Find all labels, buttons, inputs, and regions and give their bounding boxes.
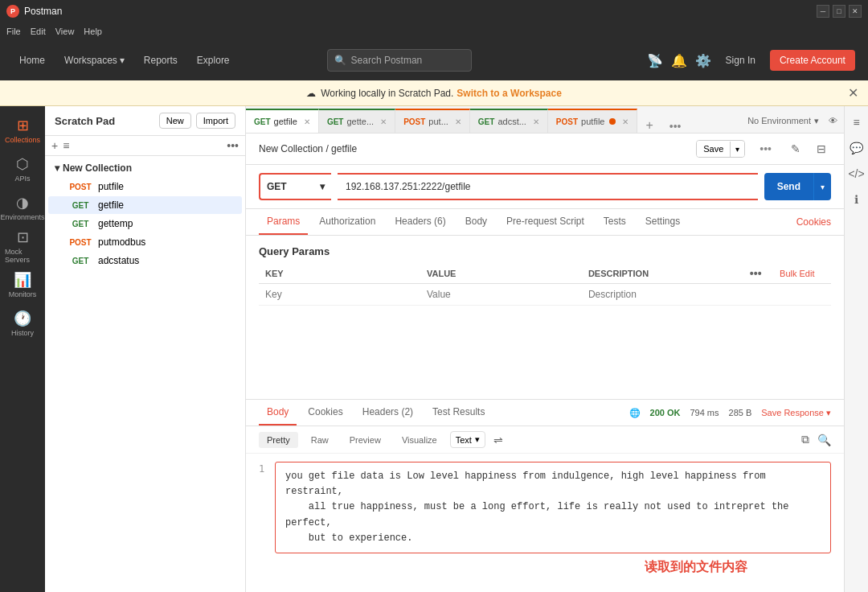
panel-header: Scratch Pad New Import	[45, 106, 245, 136]
tab-close-icon[interactable]: ✕	[380, 117, 387, 126]
code-icon[interactable]: </>	[845, 164, 867, 183]
list-item[interactable]: POST putmodbus	[48, 233, 242, 251]
layout-button[interactable]: ⊟	[812, 141, 831, 157]
tab-name: adcst...	[497, 117, 526, 126]
tab-putfile[interactable]: POST putfile ✕	[548, 109, 638, 133]
copy-icon[interactable]: ⧉	[801, 433, 809, 446]
breadcrumb-collection[interactable]: New Collection	[259, 143, 323, 154]
tab-tests[interactable]: Tests	[596, 209, 634, 235]
tab-close-icon[interactable]: ✕	[622, 117, 628, 126]
method-selector[interactable]: GET ▾	[259, 173, 331, 200]
save-dropdown-button[interactable]: ▾	[730, 142, 744, 157]
tab-body[interactable]: Body	[457, 209, 495, 235]
docs-icon[interactable]: ≡	[850, 113, 862, 132]
send-button-container: Send ▾	[764, 173, 831, 200]
response-type-selector[interactable]: Text ▾	[450, 431, 485, 448]
sidebar-item-mock-servers[interactable]: ⊡ Mock Servers	[5, 228, 40, 264]
bulk-edit-button[interactable]: Bulk Edit	[780, 269, 814, 278]
sidebar-item-history[interactable]: 🕐 History	[5, 306, 40, 341]
nav-reports[interactable]: Reports	[137, 51, 184, 69]
list-item[interactable]: GET gettemp	[48, 215, 242, 232]
bell-icon[interactable]: 🔔	[671, 53, 687, 68]
close-button[interactable]: ✕	[849, 5, 862, 18]
list-item[interactable]: GET adcstatus	[48, 252, 242, 269]
nav-workspaces[interactable]: Workspaces ▾	[58, 51, 131, 69]
minimize-button[interactable]: ─	[817, 5, 829, 18]
key-input[interactable]	[265, 289, 414, 300]
type-dropdown-icon: ▾	[475, 434, 480, 445]
format-visualize[interactable]: Visualize	[394, 432, 445, 448]
nav-home[interactable]: Home	[13, 51, 51, 69]
resp-tab-test-results[interactable]: Test Results	[424, 400, 493, 426]
item-name: putmodbus	[98, 236, 145, 248]
list-item[interactable]: GET getfile	[48, 196, 242, 214]
tab-headers[interactable]: Headers (6)	[387, 209, 453, 235]
new-button[interactable]: New	[159, 113, 191, 129]
menu-help[interactable]: Help	[84, 27, 102, 36]
format-preview[interactable]: Preview	[342, 432, 389, 448]
maximize-button[interactable]: □	[833, 5, 845, 18]
resp-tab-body[interactable]: Body	[259, 400, 297, 426]
environment-selector[interactable]: No Environment ▾ 👁	[741, 109, 844, 133]
cookies-link[interactable]: Cookies	[796, 216, 831, 228]
tab-getfile[interactable]: GET getfile ✕	[246, 109, 319, 133]
banner-close-button[interactable]: ✕	[848, 85, 858, 101]
menu-file[interactable]: File	[6, 27, 21, 36]
window-controls[interactable]: ─ □ ✕	[817, 5, 862, 18]
more-options-button[interactable]: •••	[227, 139, 239, 152]
edit-button[interactable]: ✎	[786, 141, 805, 157]
search-bar[interactable]: 🔍 Search Postman	[327, 49, 472, 72]
resp-tab-headers[interactable]: Headers (2)	[354, 400, 421, 426]
sidebar-item-monitors[interactable]: 📊 Monitors	[5, 267, 40, 302]
send-button[interactable]: Send	[764, 173, 813, 200]
wrap-icon[interactable]: ⇌	[493, 434, 503, 446]
tab-put[interactable]: POST put... ✕	[395, 109, 470, 133]
collection-header[interactable]: ▾ New Collection	[45, 159, 245, 177]
search-resp-icon[interactable]: 🔍	[817, 434, 831, 446]
panel-actions: New Import	[159, 113, 235, 129]
info-icon[interactable]: ℹ	[851, 190, 862, 209]
apis-label: APIs	[14, 175, 30, 183]
tab-pre-request[interactable]: Pre-request Script	[498, 209, 592, 235]
nav-explore[interactable]: Explore	[190, 51, 236, 69]
tab-close-icon[interactable]: ✕	[304, 117, 310, 126]
new-tab-button[interactable]: +	[637, 118, 661, 133]
import-button[interactable]: Import	[196, 113, 235, 129]
more-tabs-button[interactable]: •••	[661, 120, 690, 133]
send-dropdown-button[interactable]: ▾	[813, 173, 831, 200]
sort-button[interactable]: ≡	[63, 139, 69, 152]
format-raw[interactable]: Raw	[303, 432, 337, 448]
menu-edit[interactable]: Edit	[31, 27, 46, 36]
tab-settings[interactable]: Settings	[637, 209, 688, 235]
save-button[interactable]: Save ▾	[696, 140, 745, 158]
more-actions-button[interactable]: •••	[751, 142, 780, 155]
sidebar-item-environments[interactable]: ◑ Environments	[5, 190, 40, 225]
create-account-button[interactable]: Create Account	[770, 50, 855, 71]
desc-input[interactable]	[588, 289, 737, 300]
banner-link[interactable]: Switch to a Workspace	[457, 88, 561, 99]
banner-icon: ☁	[306, 88, 316, 99]
url-input[interactable]	[338, 173, 758, 200]
add-collection-button[interactable]: +	[51, 139, 58, 152]
tab-params[interactable]: Params	[259, 209, 308, 235]
tab-gettemp[interactable]: GET gette... ✕	[319, 109, 395, 133]
settings-icon[interactable]: ⚙️	[695, 53, 711, 68]
sidebar-item-collections[interactable]: ⊞ Collections	[5, 113, 40, 148]
value-input[interactable]	[427, 289, 575, 300]
tab-close-icon[interactable]: ✕	[455, 117, 461, 126]
tab-adcst[interactable]: GET adcst... ✕	[470, 109, 548, 133]
save-main-button[interactable]: Save	[697, 141, 730, 157]
sidebar-item-apis[interactable]: ⬡ APIs	[5, 151, 40, 187]
menu-view[interactable]: View	[55, 27, 75, 36]
tab-close-icon[interactable]: ✕	[533, 117, 539, 126]
comments-icon[interactable]: 💬	[846, 138, 866, 158]
resp-tab-cookies[interactable]: Cookies	[300, 400, 350, 426]
save-response-button[interactable]: Save Response ▾	[761, 408, 831, 418]
sign-in-button[interactable]: Sign In	[719, 51, 762, 69]
format-pretty[interactable]: Pretty	[259, 432, 298, 448]
params-more-button[interactable]: •••	[750, 267, 762, 280]
tab-authorization[interactable]: Authorization	[311, 209, 383, 235]
env-eye-icon[interactable]: 👁	[829, 116, 837, 125]
satellite-icon[interactable]: 📡	[647, 53, 663, 68]
list-item[interactable]: POST putfile	[48, 178, 242, 195]
